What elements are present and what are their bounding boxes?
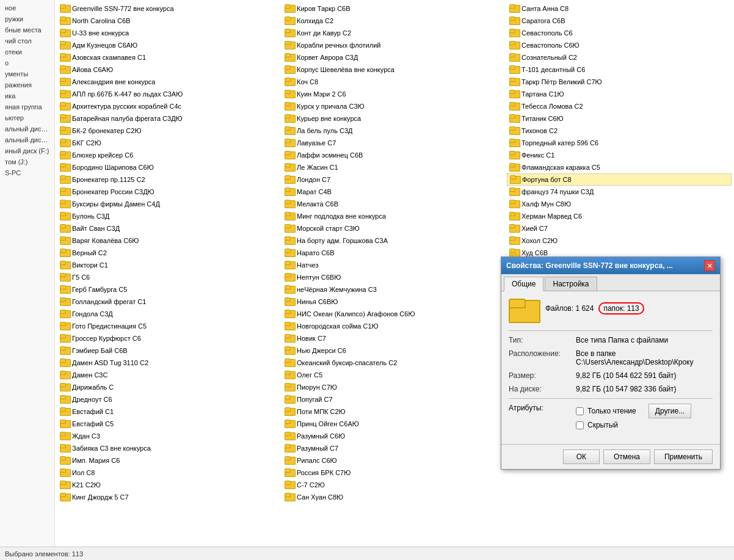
list-item[interactable]: Дредноут С6 [57, 393, 282, 405]
list-item[interactable]: Г5 С6 [57, 271, 282, 283]
list-item[interactable]: Лаффи эсминец С6В [282, 149, 507, 161]
hidden-checkbox[interactable] [576, 421, 584, 429]
list-item[interactable]: Буксиры фирмы Дамен С4Д [57, 198, 282, 210]
list-item[interactable]: Марат С4В [282, 186, 507, 198]
apply-button[interactable]: Применить [654, 449, 713, 464]
list-item[interactable]: Корпус Шевелёва вне конкурса [282, 64, 507, 76]
list-item[interactable]: Титаник С6Ю [507, 112, 732, 125]
list-item[interactable]: Гроссер Курфюрст С6 [57, 332, 282, 344]
list-item[interactable]: Конт ди Кавур С2 [282, 27, 507, 39]
list-item[interactable]: Олег С5 [282, 369, 507, 381]
list-item[interactable]: Герб Гамбурга С5 [57, 283, 282, 296]
list-item[interactable]: Разумный С7 [282, 442, 507, 454]
list-item[interactable]: Морской старт С3Ю [282, 222, 507, 235]
list-item[interactable]: Вайт Сван С3Д [57, 222, 282, 235]
cancel-button[interactable]: Отмена [603, 449, 650, 464]
list-item[interactable]: Гэмбиер Бай С6В [57, 344, 282, 357]
list-item[interactable]: North Carolina С6В [57, 15, 282, 27]
sidebar-item-7[interactable]: ражения [0, 79, 54, 90]
list-item[interactable]: Новгородская сойма С1Ю [282, 320, 507, 332]
sidebar-item-10[interactable]: ьютер [0, 112, 54, 123]
list-item[interactable]: Нарато С6В [282, 247, 507, 259]
list-item[interactable]: Т-101 десантный С6 [507, 64, 732, 76]
list-item[interactable]: Кинг Джордж 5 С7 [57, 491, 282, 503]
list-item[interactable]: Куин Мэри 2 С6 [282, 88, 507, 100]
list-item[interactable]: Разумный С6Ю [282, 430, 507, 442]
list-item[interactable]: Ждан С3 [57, 430, 282, 442]
list-item[interactable]: Поти МПК С2Ю [282, 405, 507, 418]
list-item[interactable]: Мелакта С6В [282, 198, 507, 210]
list-item[interactable]: Океанский буксир-спасатель С2 [282, 357, 507, 369]
list-item[interactable]: Имп. Мария С6 [57, 454, 282, 467]
list-item[interactable]: Бородино Шарипова С6Ю [57, 161, 282, 173]
list-item[interactable]: Евстафий С1 [57, 405, 282, 418]
list-item[interactable]: Коч С8 [282, 76, 507, 88]
sidebar-item-9[interactable]: яная группа [0, 101, 54, 112]
list-item[interactable]: Натчез [282, 259, 507, 271]
list-item[interactable]: Фортуна бот С8 [507, 173, 732, 186]
list-item[interactable]: Лондон С7 [282, 173, 507, 186]
list-item[interactable]: Феникс С1 [507, 149, 732, 161]
list-item[interactable]: Нью Джерси С6 [282, 344, 507, 357]
list-item[interactable]: Иол С8 [57, 467, 282, 479]
list-item[interactable]: С-7 С2Ю [282, 479, 507, 491]
list-item[interactable]: Ле Жасин С1 [282, 161, 507, 173]
sidebar-item-1[interactable]: ружки [0, 13, 54, 24]
list-item[interactable]: Принц Ойген С6АЮ [282, 418, 507, 430]
list-item[interactable]: Greenville SSN-772 вне конкурса [57, 2, 282, 15]
list-item[interactable]: БК-2 бронекатер С2Ю [57, 125, 282, 137]
list-item[interactable]: Халф Мун С8Ю [507, 198, 732, 210]
list-item[interactable]: Сан Хуан С8Ю [282, 491, 507, 503]
list-item[interactable]: Нинья С6ВЮ [282, 296, 507, 308]
list-item[interactable]: Хией С7 [507, 222, 732, 235]
list-item[interactable]: Россия БРК С7Ю [282, 467, 507, 479]
list-item[interactable]: Тартана С1Ю [507, 88, 732, 100]
properties-dialog[interactable]: Свойства: Greenville SSN-772 вне конкурс… [501, 256, 721, 470]
sidebar-item-4[interactable]: отеки [0, 46, 54, 57]
list-item[interactable]: Колхида С2 [282, 15, 507, 27]
list-item[interactable]: Варяг Ковалёва С6Ю [57, 235, 282, 247]
list-item[interactable]: Булонь С3Д [57, 210, 282, 222]
list-item[interactable]: Сознательный С2 [507, 51, 732, 64]
list-item[interactable]: Виктори С1 [57, 259, 282, 271]
list-item[interactable]: Гондола С3Д [57, 308, 282, 320]
list-item[interactable]: Попугай С7 [282, 393, 507, 405]
list-item[interactable]: Бронекатер России С3ДЮ [57, 186, 282, 198]
list-item[interactable]: Санта Анна С8 [507, 2, 732, 15]
list-item[interactable]: Гото Предистинация С5 [57, 320, 282, 332]
list-item[interactable]: Киров Таркр С6В [282, 2, 507, 15]
list-item[interactable]: неЧёрная Жемчужина С3 [282, 283, 507, 296]
sidebar-item-5[interactable]: о [0, 57, 54, 68]
list-item[interactable]: Пиорун С7Ю [282, 381, 507, 393]
sidebar-item-15[interactable]: S-PC [0, 167, 54, 178]
list-item[interactable]: Дамен С3С [57, 369, 282, 381]
list-item[interactable]: Таркр Пётр Великий С7Ю [507, 76, 732, 88]
list-item[interactable]: Саратога С6В [507, 15, 732, 27]
list-item[interactable]: Александрия вне конкурса [57, 76, 282, 88]
list-item[interactable]: Нептун С6ВЮ [282, 271, 507, 283]
list-item[interactable]: АПЛ пр.667Б К-447 во льдах С3АЮ [57, 88, 282, 100]
list-item[interactable]: БКГ С2Ю [57, 137, 282, 149]
list-item[interactable]: Новик С7 [282, 332, 507, 344]
list-item[interactable]: Бронекатер пр.1125 С2 [57, 173, 282, 186]
list-item[interactable]: Минг подлодка вне конкурса [282, 210, 507, 222]
list-item[interactable]: Голландский фрегат С1 [57, 296, 282, 308]
tab-general[interactable]: Общие [504, 277, 543, 291]
list-item[interactable]: Дирижабль С [57, 381, 282, 393]
list-item[interactable]: Севастополь С6Ю [507, 39, 732, 51]
list-item[interactable]: Корабли речных флотилий [282, 39, 507, 51]
list-item[interactable]: На борту адм. Горшкова С3А [282, 235, 507, 247]
list-item[interactable]: Торпедный катер 596 С6 [507, 137, 732, 149]
list-item[interactable]: француз 74 пушки С3Д [507, 186, 732, 198]
sidebar-item-8[interactable]: ика [0, 90, 54, 101]
list-item[interactable]: Тихонов С2 [507, 125, 732, 137]
list-item[interactable]: Лавуазье С7 [282, 137, 507, 149]
list-item[interactable]: Блюхер крейсер С6 [57, 149, 282, 161]
list-item[interactable]: К21 С2Ю [57, 479, 282, 491]
list-item[interactable]: Курск у причала С3Ю [282, 100, 507, 112]
list-item[interactable]: Херман Марвед С6 [507, 210, 732, 222]
list-item[interactable]: Айова С6АЮ [57, 64, 282, 76]
sidebar-item-13[interactable]: иный диск (F:) [0, 145, 54, 156]
list-item[interactable]: Дамен ASD Tug 3110 С2 [57, 357, 282, 369]
list-item[interactable]: Батарейная палуба фрегата С3ДЮ [57, 112, 282, 125]
